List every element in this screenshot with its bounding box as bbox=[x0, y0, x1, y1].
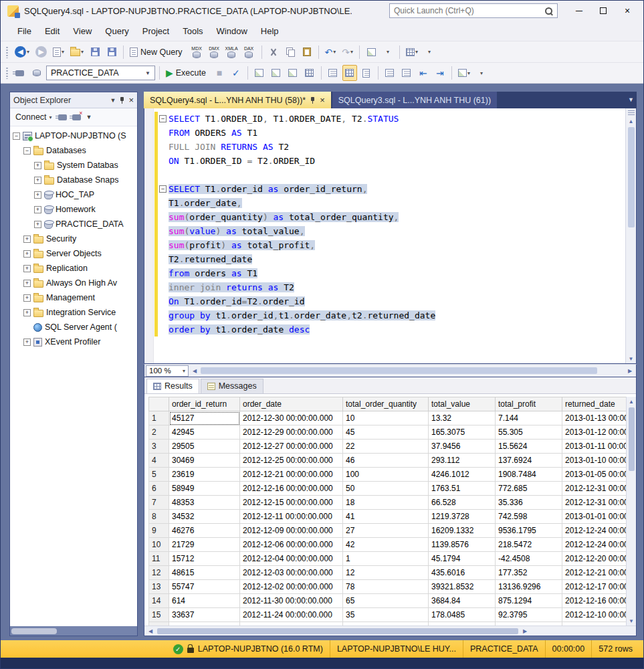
tree-item[interactable]: +Integration Service bbox=[10, 305, 137, 320]
grid-cell[interactable]: 92.3795 bbox=[496, 608, 562, 622]
code-line[interactable]: sum(value) as total_value, bbox=[159, 224, 625, 238]
actual-plan-button[interactable] bbox=[286, 65, 300, 81]
grid-cell[interactable]: 2012-12-03 00:00:00.000 bbox=[240, 566, 343, 580]
comment-button[interactable] bbox=[383, 65, 397, 81]
menu-item-view[interactable]: View bbox=[67, 23, 98, 39]
collapsed-combo-button[interactable]: ▾ bbox=[381, 44, 395, 60]
scrollbar-thumb[interactable] bbox=[201, 367, 597, 374]
code-line[interactable]: On T1.order_id=T2.order_id bbox=[159, 294, 625, 308]
menu-item-edit[interactable]: Edit bbox=[39, 23, 66, 39]
tree-item[interactable]: +Database Snaps bbox=[10, 173, 137, 187]
grid-cell[interactable]: 2012-12-20 00:00:00.0 bbox=[562, 552, 627, 566]
object-explorer-header[interactable]: Object Explorer ▼ × bbox=[10, 92, 137, 108]
uncomment-button[interactable] bbox=[399, 65, 414, 81]
save-all-button[interactable] bbox=[104, 44, 119, 60]
tree-item[interactable]: SQL Server Agent ( bbox=[10, 320, 137, 334]
dax-query-button[interactable]: DAX bbox=[241, 44, 257, 60]
grid-row-number[interactable]: 1 bbox=[149, 411, 169, 425]
grid-cell[interactable]: 30469 bbox=[169, 454, 240, 468]
grid-cell[interactable]: 4246.1012 bbox=[429, 468, 496, 482]
grid-hscrollbar[interactable]: ◀ ▶ bbox=[144, 626, 636, 636]
grid-vscrollbar[interactable]: ▲ ▼ bbox=[626, 397, 636, 626]
editor-vscrollbar[interactable]: ▲ ▼ bbox=[625, 108, 636, 363]
results-to-grid-button[interactable] bbox=[342, 65, 357, 81]
fold-toggle-icon[interactable]: − bbox=[159, 115, 167, 122]
grid-cell[interactable]: 48353 bbox=[169, 496, 240, 510]
mdx-query-button[interactable]: MDX bbox=[189, 44, 205, 60]
grid-cell[interactable]: 66.528 bbox=[429, 496, 496, 510]
scrollbar-thumb[interactable] bbox=[11, 628, 57, 634]
scroll-right-arrow[interactable]: ▶ bbox=[625, 366, 635, 375]
window-position-button[interactable]: ▼ bbox=[110, 97, 116, 104]
grid-row-number[interactable]: 11 bbox=[149, 552, 169, 566]
scroll-up-arrow[interactable]: ▲ bbox=[626, 116, 636, 126]
grid-cell[interactable]: 55.305 bbox=[496, 425, 562, 440]
scroll-left-arrow[interactable]: ◀ bbox=[190, 366, 199, 375]
expand-toggle-icon[interactable]: + bbox=[23, 294, 31, 302]
extra-tool-button[interactable]: ▾ bbox=[404, 44, 420, 60]
grid-cell[interactable]: 2012-12-17 00:00:00.0 bbox=[562, 580, 627, 594]
grid-cell[interactable]: 45 bbox=[343, 425, 429, 440]
menu-item-file[interactable]: File bbox=[11, 23, 37, 39]
grid-cell[interactable]: 34532 bbox=[169, 510, 240, 524]
editor-hscrollbar[interactable]: ◀ ▶ bbox=[189, 365, 636, 377]
code-line[interactable]: −SELECT T1.ORDER_ID, T1.ORDER_DATE, T2.S… bbox=[159, 112, 625, 126]
document-tab[interactable]: SQLQuery4.sql - L...YNH ANH THU (58))*× bbox=[144, 92, 331, 108]
grid-cell[interactable]: 2012-12-29 00:00:00.000 bbox=[240, 425, 343, 440]
expand-toggle-icon[interactable]: + bbox=[23, 339, 31, 346]
grid-row-number[interactable]: 10 bbox=[149, 538, 169, 552]
grid-cell[interactable]: 2012-12-21 00:00:00.000 bbox=[240, 468, 343, 482]
open-query-db-button[interactable] bbox=[29, 65, 44, 81]
code-line[interactable]: from orders as T1 bbox=[159, 266, 625, 280]
grid-cell[interactable]: 2012-12-21 00:00:00.0 bbox=[562, 566, 627, 580]
grid-row-number[interactable]: 5 bbox=[149, 468, 169, 482]
scrollbar-thumb[interactable] bbox=[157, 628, 518, 634]
tree-item[interactable]: +System Databas bbox=[10, 158, 137, 173]
grid-row-number[interactable]: 2 bbox=[149, 425, 169, 440]
tree-item[interactable]: +Security bbox=[10, 231, 137, 246]
grid-column-header[interactable]: total_value bbox=[429, 397, 496, 411]
grid-cell[interactable]: 15.5624 bbox=[496, 440, 562, 454]
code-line[interactable]: FROM ORDERS AS T1 bbox=[159, 126, 625, 140]
quick-launch[interactable] bbox=[389, 3, 558, 18]
grid-cell[interactable]: 165.3075 bbox=[429, 425, 496, 440]
grid-cell[interactable]: 1 bbox=[343, 552, 429, 566]
tree-item[interactable]: +Replication bbox=[10, 261, 137, 276]
grid-cell[interactable]: 48615 bbox=[169, 566, 240, 580]
expand-toggle-icon[interactable]: + bbox=[34, 221, 41, 228]
grid-row-number[interactable]: 12 bbox=[149, 566, 169, 580]
code-line[interactable] bbox=[159, 168, 625, 182]
grid-row-number[interactable]: 3 bbox=[149, 440, 169, 454]
grid-cell[interactable]: 42945 bbox=[169, 425, 240, 440]
grid-cell[interactable]: 37.9456 bbox=[429, 440, 496, 454]
grid-row-number[interactable]: 7 bbox=[149, 496, 169, 510]
grid-row-number[interactable]: 15 bbox=[149, 608, 169, 622]
close-icon[interactable]: × bbox=[320, 95, 325, 105]
menu-item-help[interactable]: Help bbox=[255, 23, 285, 39]
grid-cell[interactable]: 1908.7484 bbox=[496, 468, 562, 482]
grid-cell[interactable]: 2012-11-24 00:00:00.000 bbox=[240, 608, 343, 622]
disconnect-plug-icon[interactable] bbox=[72, 114, 81, 120]
close-button[interactable]: × bbox=[615, 2, 639, 19]
grid-cell[interactable]: 42 bbox=[343, 538, 429, 552]
grid-cell[interactable]: 178.0485 bbox=[429, 608, 496, 622]
grid-cell[interactable]: 18 bbox=[343, 496, 429, 510]
grid-cell[interactable]: 13136.9296 bbox=[496, 580, 562, 594]
grid-row-number[interactable]: 8 bbox=[149, 510, 169, 524]
grid-row-number[interactable]: 9 bbox=[149, 524, 169, 538]
expand-toggle-icon[interactable]: + bbox=[23, 265, 31, 272]
grid-cell[interactable]: 46276 bbox=[169, 524, 240, 538]
scroll-up-arrow[interactable]: ▲ bbox=[627, 397, 636, 406]
pin-icon[interactable] bbox=[119, 96, 125, 104]
undo-button[interactable]: ↶▾ bbox=[323, 44, 338, 60]
grid-cell[interactable]: 2013-01-10 00:00:00.0 bbox=[562, 454, 627, 468]
object-explorer-hscrollbar[interactable] bbox=[10, 626, 137, 636]
expand-toggle-icon[interactable]: + bbox=[23, 235, 31, 243]
code-line[interactable]: sum(profit) as total_profit, bbox=[159, 238, 625, 252]
grid-cell[interactable]: 2012-12-27 00:00:00.000 bbox=[240, 440, 343, 454]
grid-row-number[interactable]: 14 bbox=[149, 594, 169, 608]
grid-cell[interactable]: 100 bbox=[343, 468, 429, 482]
cut-button[interactable] bbox=[266, 44, 281, 60]
expand-toggle-icon[interactable]: + bbox=[34, 162, 41, 169]
results-to-file-button[interactable] bbox=[359, 65, 374, 81]
